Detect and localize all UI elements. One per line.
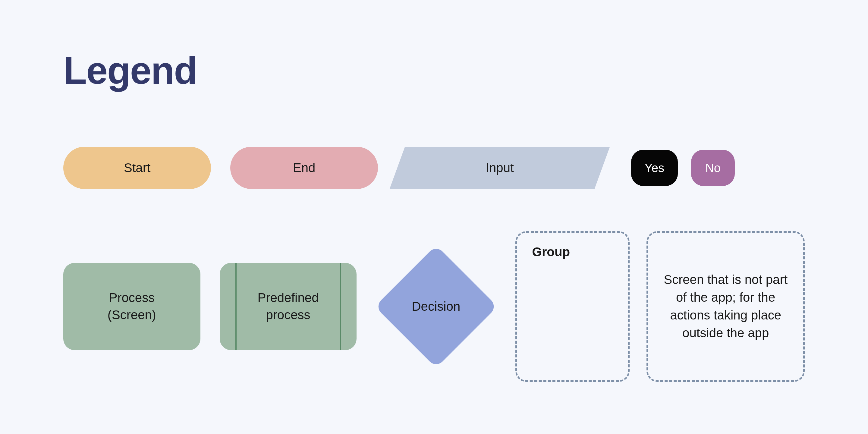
process-label-line2: (Screen) xyxy=(107,307,156,324)
process-label-line1: Process xyxy=(109,289,155,307)
predefined-label-line1: Predefined xyxy=(257,289,318,307)
start-label: Start xyxy=(124,161,151,175)
end-shape: End xyxy=(230,147,378,189)
input-shape: Input xyxy=(397,147,602,189)
no-label: No xyxy=(705,161,721,175)
process-shape: Process (Screen) xyxy=(63,263,200,350)
group-shape: Group xyxy=(516,231,629,382)
decision-label: Decision xyxy=(412,299,460,314)
external-screen-label: Screen that is not part of the app; for … xyxy=(657,271,794,342)
decision-shape: Decision xyxy=(376,242,496,371)
predefined-process-shape: Predefined process xyxy=(220,263,357,350)
yes-chip: Yes xyxy=(631,150,678,186)
yes-label: Yes xyxy=(645,161,664,175)
input-label: Input xyxy=(397,147,602,189)
start-shape: Start xyxy=(63,147,211,189)
legend-row-1: Start End Input Yes No xyxy=(63,147,805,189)
predefined-label-line2: process xyxy=(257,307,318,324)
no-chip: No xyxy=(691,150,735,186)
legend-title: Legend xyxy=(63,48,805,93)
end-label: End xyxy=(293,161,315,175)
legend-row-2: Process (Screen) Predefined process Deci… xyxy=(63,231,805,382)
external-screen-shape: Screen that is not part of the app; for … xyxy=(647,231,805,382)
group-label: Group xyxy=(532,245,570,259)
